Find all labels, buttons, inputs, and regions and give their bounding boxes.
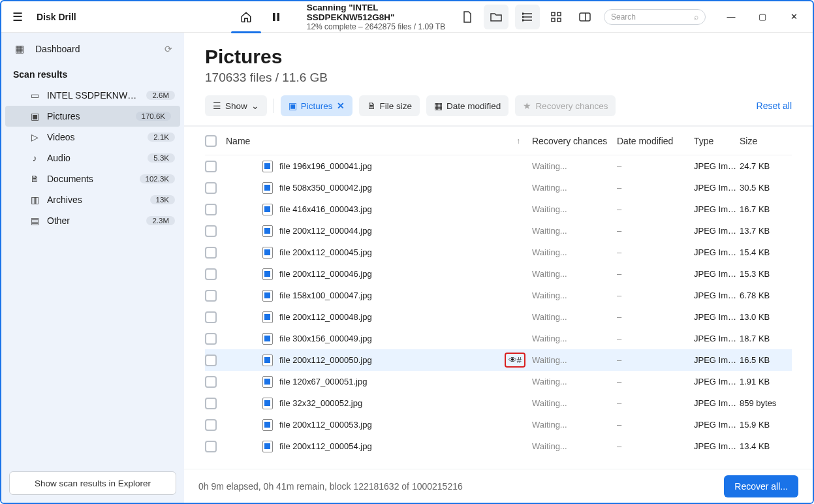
column-type[interactable]: Type [694,136,740,146]
row-checkbox[interactable] [205,398,217,409]
sidebar-item-videos[interactable]: ▷ Videos 2.1K [1,127,184,148]
divider [274,99,274,113]
size-cell: 13.0 KB [740,312,792,322]
search-placeholder: Search [611,12,636,22]
pause-button[interactable] [264,5,289,29]
column-size[interactable]: Size [740,136,792,146]
window-minimize[interactable]: — [717,7,745,27]
row-checkbox[interactable] [205,354,217,366]
recover-all-button[interactable]: Recover all... [724,475,798,497]
file-icon [262,311,273,323]
table-row[interactable]: file 200x112_000050.jpg👁#Waiting...–JPEG… [205,349,792,371]
row-checkbox[interactable] [205,247,217,259]
file-name: file 416x416_000043.jpg [279,204,525,214]
table-row[interactable]: file 200x112_000054.jpgWaiting...–JPEG I… [205,435,792,457]
recovery-cell: Waiting... [532,291,617,300]
table-row[interactable]: file 200x112_000046.jpgWaiting...–JPEG I… [205,263,792,285]
date-cell: – [617,398,694,408]
filter-pictures[interactable]: ▣ Pictures ✕ [281,95,352,116]
recovery-cell: Waiting... [532,398,617,408]
close-icon[interactable]: ✕ [337,101,345,111]
filter-date[interactable]: ▦ Date modified [426,95,509,116]
sidebar-item-audio[interactable]: ♪ Audio 5.3K [1,148,184,168]
show-in-explorer-button[interactable]: Show scan results in Explorer [9,471,176,495]
folder-view-icon[interactable] [484,5,509,29]
svg-point-6 [522,16,524,18]
menu-icon[interactable]: ☰ [7,10,29,24]
sidebar-item-disk[interactable]: ▭ INTEL SSDPEKNW512G… 2.6M [1,85,184,106]
column-recovery[interactable]: Recovery chances [532,136,617,146]
date-cell: – [617,420,694,430]
recovery-cell: Waiting... [532,161,617,171]
date-cell: – [617,161,694,171]
type-cell: JPEG Im… [694,355,740,365]
sidebar-item-label: Audio [47,153,141,163]
pictures-icon: ▣ [29,111,40,121]
sidebar-item-pictures[interactable]: ▣ Pictures 170.6K [5,106,180,127]
archives-icon: ▥ [29,195,40,205]
search-input[interactable]: Search ⌕ [604,9,706,25]
home-button[interactable] [234,5,258,29]
table-row[interactable]: file 32x32_000052.jpgWaiting...–JPEG Im…… [205,392,792,414]
file-name-cell: file 200x112_000050.jpg👁# [226,353,532,368]
table-row[interactable]: file 508x350_000042.jpgWaiting...–JPEG I… [205,177,792,198]
table-row[interactable]: file 200x112_000048.jpgWaiting...–JPEG I… [205,306,792,328]
table-row[interactable]: file 196x196_000041.jpgWaiting...–JPEG I… [205,155,792,177]
date-cell: – [617,377,694,386]
split-view-icon[interactable] [572,5,597,29]
show-dropdown[interactable]: ☰ Show ⌄ [205,95,267,116]
spinner-icon: ⟳ [164,44,172,54]
file-name-cell: file 416x416_000043.jpg [226,204,532,215]
column-name[interactable]: Name ↑ [226,136,532,146]
table-row[interactable]: file 200x112_000044.jpgWaiting...–JPEG I… [205,220,792,242]
table-row[interactable]: file 200x112_000053.jpgWaiting...–JPEG I… [205,414,792,435]
sidebar-item-documents[interactable]: 🗎 Documents 102.3K [1,168,184,189]
list-view-icon[interactable] [515,5,540,29]
filter-label: Date modified [446,101,501,111]
row-checkbox[interactable] [205,311,217,323]
date-cell: – [617,226,694,236]
filter-label: Recovery chances [535,101,608,111]
sidebar-item-archives[interactable]: ▥ Archives 13K [1,189,184,210]
sidebar-dashboard[interactable]: ▦ Dashboard ⟳ [1,37,184,61]
row-checkbox[interactable] [205,441,217,452]
page-title: Pictures [205,46,792,68]
type-cell: JPEG Im… [694,441,740,451]
row-checkbox[interactable] [205,225,217,237]
table-row[interactable]: file 200x112_000045.jpgWaiting...–JPEG I… [205,242,792,263]
table-row[interactable]: file 300x156_000049.jpgWaiting...–JPEG I… [205,328,792,349]
date-cell: – [617,441,694,451]
sidebar-item-other[interactable]: ▤ Other 2.3M [1,210,184,231]
reset-all-link[interactable]: Reset all [757,101,792,111]
select-all-checkbox[interactable] [205,135,217,147]
row-checkbox[interactable] [205,268,217,280]
grid-view-icon[interactable] [544,5,569,29]
type-cell: JPEG Im… [694,312,740,322]
file-name-cell: file 200x112_000053.jpg [226,419,532,431]
svg-rect-12 [580,13,590,21]
document-view-icon[interactable] [455,5,480,29]
sidebar-item-label: Documents [47,174,133,184]
table-row[interactable]: file 120x67_000051.jpgWaiting...–JPEG Im… [205,371,792,392]
hex-icon[interactable]: # [517,355,522,365]
row-checkbox[interactable] [205,290,217,302]
row-checkbox[interactable] [205,204,217,215]
file-name: file 300x156_000049.jpg [279,334,525,343]
table-row[interactable]: file 416x416_000043.jpgWaiting...–JPEG I… [205,198,792,220]
file-icon [262,225,273,237]
size-cell: 6.78 KB [740,291,792,300]
date-cell: – [617,291,694,300]
window-close[interactable]: ✕ [780,7,807,27]
column-date[interactable]: Date modified [617,136,694,146]
row-checkbox[interactable] [205,419,217,431]
date-cell: – [617,269,694,279]
row-checkbox[interactable] [205,161,217,172]
preview-icon[interactable]: 👁 [509,355,517,365]
row-checkbox[interactable] [205,182,217,194]
row-checkbox[interactable] [205,333,217,345]
window-maximize[interactable]: ▢ [749,7,776,27]
table-row[interactable]: file 158x100_000047.jpgWaiting...–JPEG I… [205,285,792,306]
row-checkbox[interactable] [205,376,217,388]
filter-filesize[interactable]: 🗎 File size [359,95,420,116]
file-name: file 32x32_000052.jpg [279,398,525,408]
